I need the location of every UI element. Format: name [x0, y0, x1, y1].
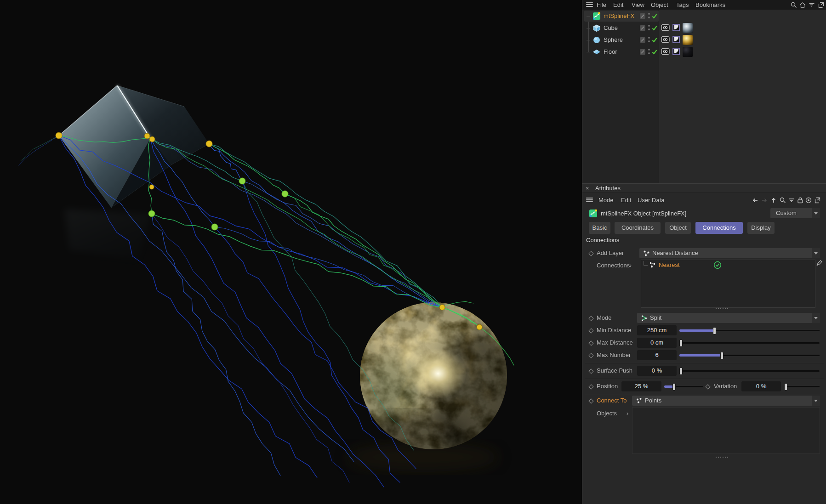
eye-visibility-icon[interactable] — [661, 36, 670, 43]
enabled-check-icon[interactable] — [651, 49, 658, 55]
connection-layer-name[interactable]: Nearest — [659, 260, 680, 270]
splinefx-object-icon[interactable] — [592, 11, 601, 21]
chevron-right-icon[interactable]: › — [630, 260, 632, 271]
menu-tags[interactable]: Tags — [676, 0, 689, 10]
slider-handle[interactable] — [713, 327, 716, 334]
vertex-point-yellow[interactable] — [144, 133, 150, 139]
surface-push-slider[interactable] — [679, 366, 820, 376]
keyframe-diamond-icon[interactable] — [588, 328, 593, 333]
min-distance-slider[interactable] — [679, 325, 820, 335]
keyframe-diamond-icon[interactable] — [588, 398, 593, 403]
filter-icon[interactable] — [808, 1, 815, 9]
slider-track[interactable] — [679, 342, 820, 344]
vertex-point-yellow[interactable] — [149, 136, 155, 142]
slider-handle[interactable] — [720, 352, 723, 359]
visibility-dots-icon[interactable] — [648, 37, 650, 43]
keyframe-diamond-icon[interactable] — [588, 384, 593, 389]
phong-tag-icon[interactable] — [672, 24, 680, 31]
slider-track[interactable] — [784, 386, 820, 387]
new-window-icon[interactable] — [817, 1, 825, 9]
chevron-down-icon[interactable] — [812, 248, 820, 258]
search-icon[interactable] — [779, 197, 786, 204]
layer-enabled-check-icon[interactable] — [713, 261, 722, 269]
visibility-dots-icon[interactable] — [648, 25, 650, 31]
eye-visibility-icon[interactable] — [661, 48, 670, 55]
panel-resize-handle[interactable] — [716, 457, 734, 458]
vertex-point-yellow[interactable] — [477, 324, 482, 330]
connections-list[interactable]: Nearest — [641, 260, 815, 308]
min-distance-field[interactable]: 250 cm — [637, 325, 677, 335]
menu-mode[interactable]: Mode — [598, 193, 614, 207]
slider-handle[interactable] — [679, 340, 683, 347]
connect-to-dropdown[interactable]: Points — [632, 396, 820, 406]
keyframe-diamond-icon[interactable] — [588, 353, 593, 358]
menu-object[interactable]: Object — [651, 0, 668, 10]
cube-object-icon[interactable] — [592, 23, 601, 33]
position-slider[interactable] — [664, 381, 703, 391]
hamburger-menu-icon[interactable] — [586, 2, 593, 7]
edit-pencil-icon[interactable] — [816, 260, 823, 266]
max-distance-slider[interactable] — [679, 338, 820, 348]
menu-file[interactable]: File — [597, 0, 606, 10]
preset-dropdown[interactable]: Custom — [770, 208, 820, 218]
menu-edit[interactable]: Edit — [621, 193, 631, 207]
tab-display[interactable]: Display — [747, 222, 775, 234]
position-field[interactable]: 25 % — [621, 381, 661, 391]
split-point-green[interactable] — [148, 210, 155, 217]
chevron-down-icon[interactable] — [812, 208, 820, 218]
eye-visibility-icon[interactable] — [661, 24, 670, 31]
hamburger-menu-icon[interactable] — [586, 198, 593, 203]
max-number-slider[interactable] — [679, 350, 820, 360]
tab-coordinates[interactable]: Coordinates — [615, 222, 661, 234]
arrow-right-icon[interactable] — [761, 197, 768, 204]
split-point-green[interactable] — [239, 178, 245, 184]
keyframe-diamond-icon[interactable] — [705, 384, 710, 389]
menu-user-data[interactable]: User Data — [638, 193, 665, 207]
slider-handle[interactable] — [784, 383, 787, 391]
slider-handle[interactable] — [672, 383, 676, 391]
max-distance-field[interactable]: 0 cm — [637, 338, 677, 348]
keyframe-diamond-icon[interactable] — [588, 251, 593, 256]
split-point-green[interactable] — [282, 191, 288, 197]
vertex-point-yellow[interactable] — [206, 141, 212, 147]
enabled-check-icon[interactable] — [651, 25, 658, 31]
panel-resize-handle[interactable] — [716, 308, 734, 310]
arrow-up-icon[interactable] — [770, 197, 777, 204]
floor-object-icon[interactable] — [592, 47, 601, 57]
layer-badge-icon[interactable] — [640, 37, 645, 43]
max-number-field[interactable]: 6 — [637, 350, 677, 360]
target-icon[interactable] — [805, 197, 812, 204]
menu-bookmarks[interactable]: Bookmarks — [695, 0, 725, 10]
layer-badge-icon[interactable] — [640, 49, 645, 55]
keyframe-diamond-icon[interactable] — [588, 368, 593, 374]
home-icon[interactable] — [799, 1, 806, 9]
keyframe-diamond-icon[interactable] — [588, 340, 593, 345]
visibility-dots-icon[interactable] — [648, 49, 650, 55]
viewport-3d[interactable] — [0, 0, 582, 504]
phong-tag-icon[interactable] — [672, 48, 680, 55]
layer-badge-icon[interactable] — [640, 13, 645, 19]
lock-icon[interactable] — [797, 197, 804, 204]
close-icon[interactable]: × — [586, 184, 589, 193]
add-layer-dropdown[interactable]: Nearest Distance — [639, 248, 820, 258]
menu-view[interactable]: View — [632, 0, 644, 10]
enabled-check-icon[interactable] — [651, 13, 658, 19]
object-name[interactable]: Sphere — [604, 34, 623, 46]
vertex-point-yellow[interactable] — [439, 305, 445, 310]
chevron-right-icon[interactable]: › — [627, 408, 628, 419]
split-point-green[interactable] — [211, 224, 218, 230]
viewport-canvas[interactable] — [0, 0, 582, 504]
surface-push-field[interactable]: 0 % — [637, 366, 677, 376]
slider-handle[interactable] — [679, 368, 683, 375]
tab-object[interactable]: Object — [665, 222, 691, 234]
object-name[interactable]: mtSplineFX — [604, 10, 634, 22]
object-row-mtsplinefx[interactable]: mtSplineFX — [582, 10, 826, 22]
sphere-object-icon[interactable] — [592, 35, 601, 45]
object-row-sphere[interactable]: Sphere — [582, 34, 826, 46]
objects-list-box[interactable] — [632, 407, 820, 454]
material-thumbnail-gold[interactable] — [683, 35, 693, 45]
tab-connections[interactable]: Connections — [695, 222, 743, 234]
slider-track[interactable] — [679, 370, 820, 372]
visibility-dots-icon[interactable] — [648, 13, 650, 19]
material-thumbnail-silver[interactable] — [683, 23, 693, 33]
